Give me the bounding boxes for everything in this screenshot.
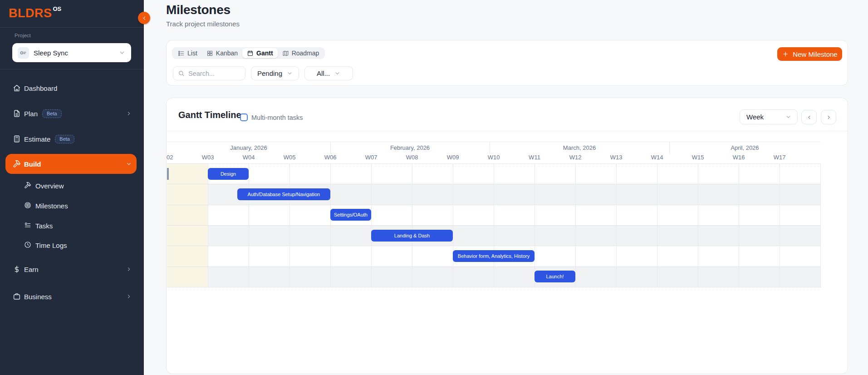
chevron-right-icon [826, 114, 832, 120]
week-label: W06 [317, 154, 344, 161]
gantt-bar[interactable]: Launch! [535, 271, 575, 282]
gantt-bar[interactable]: Behavior form, Analytics, History [453, 250, 535, 262]
sidebar-item-label: Earn [24, 266, 39, 273]
document-icon [13, 109, 21, 118]
sidebar-item-tasks[interactable]: Tasks [0, 216, 144, 235]
gantt-bar[interactable]: Landing & Dash [371, 230, 453, 242]
week-label: W10 [480, 154, 507, 161]
briefcase-icon [13, 292, 21, 301]
sidebar-item-label: Build [24, 160, 41, 168]
new-milestone-button[interactable]: New Milestone [777, 47, 842, 61]
sidebar-item-plan[interactable]: PlanBeta [0, 104, 144, 123]
sidebar-item-label: Plan [24, 110, 38, 118]
sidebar-item-label: Dashboard [24, 84, 57, 92]
scope-filter-select[interactable]: All... [304, 66, 353, 80]
gantt-bar[interactable]: Auth/Database Setup/Navigation [237, 188, 330, 200]
week-label: W05 [276, 154, 303, 161]
project-logo [18, 47, 29, 59]
multi-month-checkbox[interactable] [240, 113, 248, 121]
main-content: Milestones Track project milestones List… [144, 0, 868, 375]
chevron-down-icon [785, 113, 792, 120]
sidebar-item-overview[interactable]: Overview [0, 176, 144, 195]
chevron-down-icon [118, 49, 126, 56]
prev-period-button[interactable] [801, 110, 817, 124]
month-separator [330, 142, 331, 154]
home-icon [13, 84, 21, 92]
beta-badge: Beta [42, 109, 62, 118]
sidebar-item-time-logs[interactable]: Time Logs [0, 236, 144, 255]
project-name: Sleep Sync [34, 49, 68, 57]
week-label: W08 [398, 154, 426, 161]
brand-suffix: OS [53, 5, 62, 12]
gantt-bar[interactable]: Design [208, 168, 249, 180]
row-separator [167, 184, 821, 184]
new-milestone-label: New Milestone [793, 50, 837, 58]
week-label: W17 [766, 154, 793, 161]
sidebar-item-label: Time Logs [35, 242, 67, 249]
tab-label: Gantt [256, 49, 273, 57]
project-selector[interactable]: Sleep Sync [12, 43, 131, 62]
sidebar-item-label: Milestones [35, 202, 68, 210]
gantt-timeline-title: Gantt Timeline [178, 110, 241, 120]
sidebar-item-build[interactable]: Build [5, 154, 137, 174]
month-label: February, 2026 [374, 144, 446, 151]
app-window: BLDRSOS Project Sleep Sync DashboardPlan… [0, 0, 868, 375]
sidebar-item-label: Business [24, 293, 52, 301]
tab-list[interactable]: List [173, 48, 202, 58]
week-label: W09 [439, 154, 466, 161]
tab-label: Roadmap [292, 49, 319, 57]
gantt-bar[interactable]: Settings/OAuth [330, 209, 371, 221]
search-icon [178, 70, 185, 77]
row-separator [167, 163, 821, 164]
sidebar-item-earn[interactable]: Earn [0, 260, 144, 279]
sidebar-item-label: Estimate [24, 135, 50, 143]
search-box [173, 66, 245, 80]
tab-gantt[interactable]: Gantt [242, 48, 278, 58]
row-separator [167, 287, 821, 287]
sidebar-item-milestones[interactable]: Milestones [0, 196, 144, 215]
chevron-down-icon [126, 161, 132, 167]
range-value: Week [746, 113, 764, 121]
row-separator [167, 266, 821, 267]
divider [0, 69, 144, 69]
next-period-button[interactable] [821, 110, 836, 124]
week-label: W15 [684, 154, 711, 161]
sidebar-item-business[interactable]: Business [0, 287, 144, 306]
scope-filter-value: All... [317, 69, 330, 77]
list-icon [178, 50, 185, 57]
view-tabs: ListKanbanGanttRoadmap [172, 47, 325, 59]
tab-roadmap[interactable]: Roadmap [278, 48, 324, 58]
status-filter-select[interactable]: Pending [251, 66, 299, 80]
row-separator [167, 246, 821, 246]
calendar-icon [247, 50, 254, 57]
row-separator [167, 205, 821, 205]
tab-label: List [187, 49, 197, 57]
target-icon [24, 202, 31, 210]
plus-icon [782, 50, 789, 58]
tasks-icon [24, 222, 31, 230]
gantt-chart: January, 2026February, 2026March, 2026Ap… [167, 142, 821, 287]
range-select[interactable]: Week [740, 109, 798, 124]
tab-kanban[interactable]: Kanban [202, 48, 242, 58]
month-label: March, 2026 [543, 144, 616, 151]
divider [0, 27, 144, 28]
week-label: W16 [725, 154, 752, 161]
sidebar: BLDRSOS Project Sleep Sync DashboardPlan… [0, 0, 144, 375]
search-input[interactable] [188, 70, 240, 77]
row-separator [167, 225, 821, 226]
brand-logo: BLDRSOS [9, 5, 61, 20]
project-section-label: Project [15, 33, 31, 38]
week-label: W14 [643, 154, 671, 161]
week-label: W03 [194, 154, 221, 161]
page-title: Milestones [166, 3, 230, 17]
sidebar-item-estimate[interactable]: EstimateBeta [0, 129, 144, 148]
week-label: W07 [358, 154, 385, 161]
month-label: April, 2026 [709, 144, 781, 151]
sidebar-item-dashboard[interactable]: Dashboard [0, 79, 144, 98]
sidebar-collapse-button[interactable] [138, 12, 150, 24]
map-icon [282, 50, 289, 57]
month-label: January, 2026 [212, 144, 285, 151]
hammer-icon [24, 182, 31, 190]
chevron-left-icon [141, 15, 147, 21]
month-separator [669, 142, 670, 154]
